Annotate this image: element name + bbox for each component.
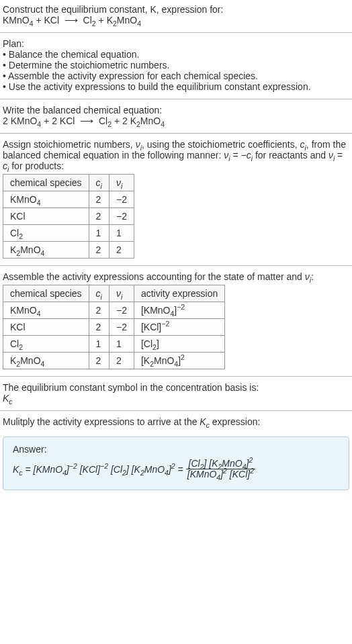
answer-expression: Kc = [KMnO4]−2 [KCl]−2 [Cl2] [K2MnO4]2 =… [13,459,339,480]
symbol-kc: Kc [3,393,349,404]
table-row: K2MnO422[K2MnO4]2 [3,353,225,369]
intro-equation: KMnO4 + KCl ⟶ Cl2 + K2MnO4 [3,15,349,26]
balanced-equation: 2 KMnO4 + 2 KCl ⟶ Cl2 + 2 K2MnO4 [3,116,349,126]
intro-section: Construct the equilibrium constant, K, e… [0,0,352,31]
fraction-denominator: [KMnO4]2 [KCl]2 [186,469,255,479]
col-species: chemical species [3,285,89,302]
table-row: KCl2−2 [3,208,134,225]
table-header-row: chemical species ci νi activity expressi… [3,285,225,302]
activity-text: Assemble the activity expressions accoun… [3,271,349,282]
fraction-numerator: [Cl2] [K2MnO4]2 [187,459,255,469]
activity-section: Assemble the activity expressions accoun… [0,267,352,375]
plan-section: Plan: • Balance the chemical equation. •… [0,34,352,97]
plan-header: Plan: [3,38,349,49]
intro-line1: Construct the equilibrium constant, K, e… [3,4,349,15]
balanced-line1: Write the balanced chemical equation: [3,105,349,116]
divider [0,32,352,33]
divider [0,265,352,266]
kc-fraction: [Cl2] [K2MnO4]2 [KMnO4]2 [KCl]2 [186,459,255,480]
divider [0,133,352,134]
plan-item: • Balance the chemical equation. [3,49,349,60]
symbol-line1: The equilibrium constant symbol in the c… [3,382,349,393]
multiply-text: Mulitply the activity expressions to arr… [3,416,349,427]
table-row: KMnO42−2 [3,191,134,208]
kc-flat: Kc = [KMnO4]−2 [KCl]−2 [Cl2] [K2MnO4]2 = [13,464,183,475]
plan-item: • Assemble the activity expression for e… [3,71,349,81]
answer-label: Answer: [13,444,339,455]
symbol-section: The equilibrium constant symbol in the c… [0,378,352,409]
divider [0,99,352,99]
table-row: Cl211 [3,225,134,242]
stoich-table: chemical species ci νi KMnO42−2 KCl2−2 C… [3,174,134,259]
col-ci: ci [89,285,109,302]
table-row: Cl211[Cl2] [3,336,225,353]
activity-table: chemical species ci νi activity expressi… [3,285,225,369]
balanced-section: Write the balanced chemical equation: 2 … [0,101,352,132]
col-nui: νi [109,285,134,302]
multiply-section: Mulitply the activity expressions to arr… [0,412,352,432]
divider [0,410,352,411]
col-ci: ci [89,175,109,191]
table-row: KMnO42−2[KMnO4]−2 [3,302,225,319]
col-nui: νi [109,175,134,191]
col-activity: activity expression [134,285,224,302]
answer-box: Answer: Kc = [KMnO4]−2 [KCl]−2 [Cl2] [K2… [3,436,349,490]
stoich-text: Assign stoichiometric numbers, νi, using… [3,139,349,171]
stoich-section: Assign stoichiometric numbers, νi, using… [0,135,352,264]
plan-item: • Determine the stoichiometric numbers. [3,60,349,71]
divider [0,376,352,377]
table-row: KCl2−2[KCl]−2 [3,319,225,336]
plan-item: • Use the activity expressions to build … [3,81,349,92]
table-header-row: chemical species ci νi [3,175,134,191]
col-species: chemical species [3,175,89,191]
table-row: K2MnO422 [3,242,134,259]
